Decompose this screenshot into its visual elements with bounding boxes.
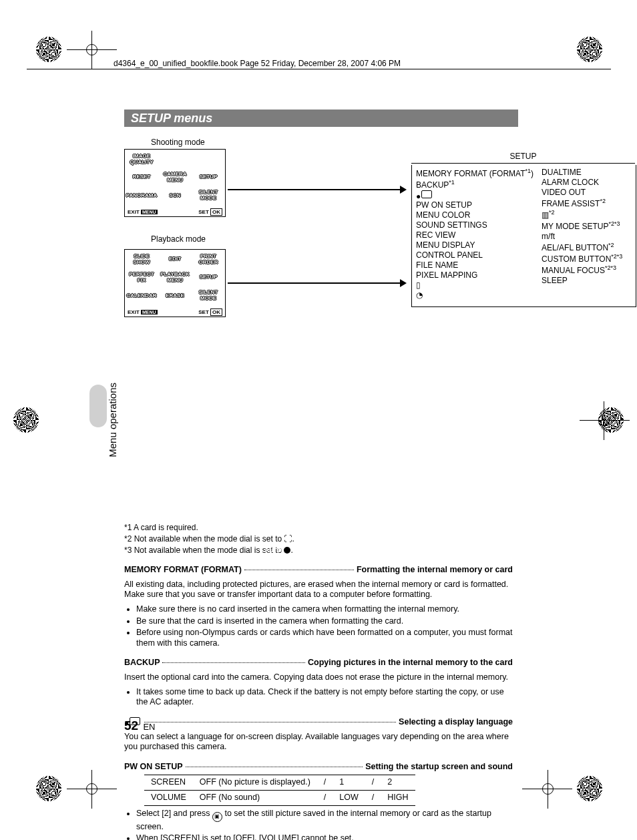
ok-button-icon: ▣ (212, 812, 222, 822)
table-cell: / (317, 775, 333, 791)
table-cell: HIGH (381, 791, 415, 806)
setup-item (416, 190, 534, 200)
table-row: VOLUMEOFF (No sound)/LOW/HIGH (144, 791, 415, 806)
setup-item: ▯ (416, 280, 534, 290)
setup-column-2: DUALTIMEALARM CLOCKVIDEO OUTFRAME ASSIST… (538, 165, 626, 303)
footnotes: *1 A card is required. *2 Not available … (124, 523, 513, 556)
menu-cell: PERFECT FIX (125, 268, 158, 286)
setup-item: VIDEO OUT (542, 188, 622, 198)
print-header-rule (27, 69, 611, 69)
setup-panel: MEMORY FORMAT (FORMAT*1)BACKUP*1PW ON SE… (411, 165, 636, 307)
setup-item: CUSTOM BUTTON*2*3 (542, 253, 622, 264)
menu-exit-label: EXIT MENU (128, 209, 158, 215)
table-cell: OFF (No picture is displayed.) (193, 775, 317, 791)
setup-item: MY MODE SETUP*2*3 (542, 220, 622, 232)
setup-item: DUALTIME (542, 168, 622, 178)
menu-cell: PLAYBACK MENU (158, 268, 192, 286)
table-cell: 1 (333, 775, 365, 791)
arrow-icon (228, 282, 401, 284)
backup-body: Insert the optional card into the camera… (124, 672, 513, 683)
setup-item: BACKUP*1 (416, 179, 534, 190)
menu-cell: RESET (125, 168, 158, 186)
menu-cell: PANORAMA (125, 186, 158, 204)
arrow-icon (228, 189, 401, 190)
setup-item: AEL/AFL BUTTON*2 (542, 242, 622, 253)
setup-item: PIXEL MAPPING (416, 270, 534, 280)
setup-item: FILE NAME (416, 260, 534, 270)
reg-mark (36, 37, 61, 62)
section-title-bar: SETUP menus (124, 110, 518, 127)
menu-cell: SETUP (192, 268, 225, 286)
setup-panel-header: SETUP (411, 152, 635, 164)
menu-cell: ERASE (158, 286, 192, 304)
reg-mark (91, 770, 92, 809)
menu-cell: IMAGE QUALITY (125, 150, 158, 168)
table-row: SCREENOFF (No picture is displayed.)/1/2 (144, 775, 415, 791)
side-tab-text: Menu operations (107, 383, 118, 457)
menu-set-label: SET OK (198, 309, 222, 315)
page-number: 52 EN (124, 718, 155, 733)
reg-mark (36, 776, 61, 801)
setup-item: ALARM CLOCK (542, 178, 622, 188)
reg-mark (580, 420, 630, 421)
table-cell: / (317, 791, 333, 806)
playback-mode-menu: SLIDE SHOWEDITPRINT ORDERPERFECT FIXPLAY… (124, 249, 226, 317)
reg-mark (577, 37, 602, 62)
setup-item: CONTROL PANEL (416, 250, 534, 260)
setup-item: ▥*2 (542, 209, 622, 220)
memory-format-body: All existing data, including protected p… (124, 580, 513, 600)
reg-mark (13, 407, 39, 433)
shooting-mode-label: Shooting mode (151, 138, 513, 148)
menu-cell: SCN (158, 186, 192, 204)
setup-item: MANUAL FOCUS*2*3 (542, 264, 622, 276)
pw-on-setup-bullets: Select [2] and press ▣ to set the still … (124, 809, 513, 840)
note-3: *3 Not available when the mode dial is s… (124, 546, 513, 556)
note-1: *1 A card is required. (124, 523, 513, 533)
menu-set-label: SET OK (198, 209, 222, 215)
pw-on-setup-heading: PW ON SETUPSetting the startup screen an… (124, 762, 513, 773)
menu-cell: PRINT ORDER (192, 250, 225, 268)
table-cell: LOW (333, 791, 365, 806)
menu-exit-label: EXIT MENU (128, 309, 158, 315)
setup-item: ◔ (416, 290, 534, 300)
menu-cell: SILENT MODE (192, 286, 225, 304)
reg-mark (548, 770, 548, 809)
setup-item: FRAME ASSIST*2 (542, 198, 622, 209)
print-header: d4364_e_00_unified_bookfile.book Page 52… (114, 59, 401, 68)
menu-cell: EDIT (158, 250, 192, 268)
reg-mark (91, 31, 92, 69)
shooting-mode-menu: IMAGE QUALITYRESETCAMERA MENUSETUPPANORA… (124, 149, 226, 217)
menu-cell: CAMERA MENU (158, 168, 192, 186)
menu-cell (158, 150, 192, 168)
memory-format-bullets: Make sure there is no card inserted in t… (124, 604, 513, 649)
backup-heading: BACKUPCopying pictures in the internal m… (124, 658, 513, 668)
backup-bullets: It takes some time to back up data. Chec… (124, 687, 513, 708)
menu-cell (192, 150, 225, 168)
pw-bullet-2: When [SCREEN] is set to [OFF], [VOLUME] … (136, 833, 513, 840)
table-cell: SCREEN (144, 775, 193, 791)
memory-format-heading: MEMORY FORMAT (FORMAT)Formatting the int… (124, 565, 513, 576)
setup-item: SOUND SETTINGS (416, 220, 534, 230)
setup-item: REC VIEW (416, 230, 534, 240)
setup-column-1: MEMORY FORMAT (FORMAT*1)BACKUP*1PW ON SE… (412, 165, 538, 303)
table-cell: 2 (381, 775, 415, 791)
menu-cell: CALENDAR (125, 286, 158, 304)
setup-item: MEMORY FORMAT (FORMAT*1) (416, 168, 534, 179)
pw-bullet-1: Select [2] and press ▣ to set the still … (136, 809, 513, 833)
setup-item: PW ON SETUP (416, 200, 534, 210)
bullet: Be sure that the card is inserted in the… (136, 616, 513, 627)
language-heading: Selecting a display language (124, 717, 513, 728)
menu-cell: SILENT MODE (192, 186, 225, 204)
section-title: SETUP menus (131, 112, 212, 126)
menu-cell: SLIDE SHOW (125, 250, 158, 268)
playback-mode-label: Playback mode (151, 234, 206, 244)
bullet: It takes some time to back up data. Chec… (136, 687, 513, 708)
setup-item: m/ft (542, 232, 622, 242)
setup-item: MENU COLOR (416, 210, 534, 220)
setup-item: MENU DISPLAY (416, 240, 534, 250)
bullet: Before using non-Olympus cards or cards … (136, 628, 513, 648)
side-tab-pill (89, 385, 107, 427)
note-2: *2 Not available when the mode dial is s… (124, 534, 513, 544)
pw-on-setup-table: SCREENOFF (No picture is displayed.)/1/2… (144, 775, 415, 805)
table-cell: / (365, 775, 381, 791)
